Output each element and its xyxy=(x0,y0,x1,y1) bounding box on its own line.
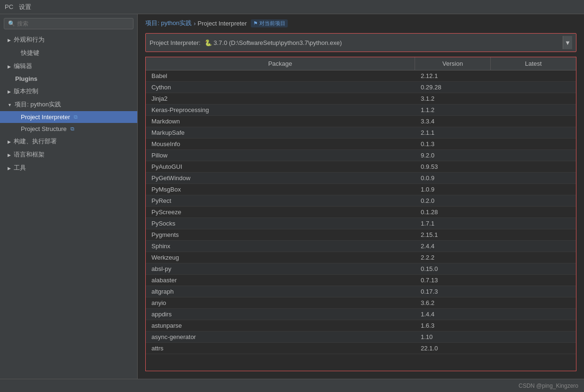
sidebar-item-plugins[interactable]: Plugins xyxy=(0,73,137,85)
package-latest xyxy=(491,218,576,229)
table-row[interactable]: astunparse1.6.3 xyxy=(146,320,576,331)
arrow-right-icon xyxy=(8,89,11,94)
arrow-down-icon xyxy=(8,102,12,107)
package-latest xyxy=(491,286,576,297)
table-row[interactable]: attrs22.1.0 xyxy=(146,343,576,354)
breadcrumb-link[interactable]: 项目: python实践 xyxy=(145,19,192,27)
bottom-bar: CSDN @ping_Kingzero xyxy=(0,379,584,392)
table-row[interactable]: Sphinx2.4.4 xyxy=(146,241,576,252)
package-name: alabaster xyxy=(146,275,415,286)
table-row[interactable]: altgraph0.17.3 xyxy=(146,286,576,297)
package-name: Jinja2 xyxy=(146,93,415,104)
sidebar-item-label: 版本控制 xyxy=(14,87,38,96)
sidebar-item-label: 语言和框架 xyxy=(14,150,44,159)
sidebar-item-editor[interactable]: 编辑器 xyxy=(0,60,137,73)
table-row[interactable]: anyio3.6.2 xyxy=(146,297,576,309)
table-row[interactable]: Pygments2.15.1 xyxy=(146,229,576,241)
sidebar-item-lang[interactable]: 语言和框架 xyxy=(0,148,137,161)
sidebar-item-project-interpreter[interactable]: Project Interpreter⧉ xyxy=(0,111,137,123)
package-version: 0.7.13 xyxy=(415,275,491,286)
package-latest xyxy=(491,229,576,240)
package-name: PyRect xyxy=(146,195,415,206)
copy-icon: ⧉ xyxy=(71,126,74,132)
package-latest xyxy=(491,173,576,183)
content-area: 项目: python实践 › Project Interpreter ⚑ 对当前… xyxy=(138,14,584,379)
package-version: 0.15.0 xyxy=(415,263,491,274)
search-box[interactable]: 🔍 xyxy=(4,18,133,29)
package-version: 1.4.4 xyxy=(415,309,491,320)
sidebar-item-build[interactable]: 构建、执行部署 xyxy=(0,135,137,148)
package-version: 22.1.0 xyxy=(415,343,491,354)
package-name: PyMsgBox xyxy=(146,184,415,195)
package-latest xyxy=(491,263,576,274)
search-input[interactable] xyxy=(17,20,129,27)
package-name: attrs xyxy=(146,343,415,354)
sidebar-item-label: Project Interpreter xyxy=(21,113,70,121)
interpreter-label: Project Interpreter: xyxy=(150,39,201,46)
package-version: 1.10 xyxy=(415,331,491,342)
table-row[interactable]: PyScreeze0.1.28 xyxy=(146,207,576,218)
package-latest xyxy=(491,195,576,206)
table-row[interactable]: Werkzeug2.2.2 xyxy=(146,252,576,263)
table-row[interactable]: PyMsgBox1.0.9 xyxy=(146,184,576,195)
package-latest xyxy=(491,252,576,263)
package-latest xyxy=(491,116,576,127)
package-version: 0.1.3 xyxy=(415,139,491,149)
sidebar-item-label: 工具 xyxy=(14,164,26,172)
table-row[interactable]: Pillow9.2.0 xyxy=(146,150,576,161)
sidebar-item-label: 编辑器 xyxy=(14,62,32,70)
table-row[interactable]: PyRect0.2.0 xyxy=(146,195,576,207)
package-name: PyScreeze xyxy=(146,207,415,218)
table-row[interactable]: Babel2.12.1 xyxy=(146,70,576,82)
title-bar: PC 设置 xyxy=(0,0,584,14)
table-row[interactable]: async-generator1.10 xyxy=(146,331,576,343)
package-version: 0.1.28 xyxy=(415,207,491,218)
package-name: absl-py xyxy=(146,263,415,274)
menu-pc[interactable]: PC xyxy=(5,3,13,10)
menu-settings[interactable]: 设置 xyxy=(19,3,31,11)
table-row[interactable]: Keras-Preprocessing1.1.2 xyxy=(146,105,576,116)
sidebar-item-project[interactable]: 项目: python实践 xyxy=(0,98,137,111)
package-latest xyxy=(491,139,576,149)
table-row[interactable]: alabaster0.7.13 xyxy=(146,275,576,286)
sidebar-item-shortcuts[interactable]: 快捷键 xyxy=(0,46,137,60)
interpreter-path: 🐍 3.7.0 (D:\SoftwareSetup\python3.7\pyth… xyxy=(204,39,561,46)
breadcrumb: 项目: python实践 › Project Interpreter ⚑ 对当前… xyxy=(138,14,584,31)
package-name: MouseInfo xyxy=(146,139,415,149)
sidebar-item-label: Project Structure xyxy=(21,125,67,132)
table-row[interactable]: MarkupSafe2.1.1 xyxy=(146,127,576,139)
sidebar-item-label: 项目: python实践 xyxy=(15,100,61,109)
package-name: MarkupSafe xyxy=(146,127,415,138)
table-row[interactable]: Jinja23.1.2 xyxy=(146,93,576,105)
package-latest xyxy=(491,105,576,115)
table-row[interactable]: absl-py0.15.0 xyxy=(146,263,576,275)
package-name: PyGetWindow xyxy=(146,173,415,183)
table-row[interactable]: Cython0.29.28 xyxy=(146,82,576,93)
sidebar-item-label: 外观和行为 xyxy=(14,35,44,44)
package-latest xyxy=(491,343,576,354)
table-row[interactable]: PyGetWindow0.0.9 xyxy=(146,173,576,184)
sidebar-item-label: Plugins xyxy=(15,75,37,82)
package-latest xyxy=(491,241,576,252)
package-version: 2.1.1 xyxy=(415,127,491,138)
package-latest xyxy=(491,127,576,138)
sidebar-item-project-structure[interactable]: Project Structure⧉ xyxy=(0,123,137,135)
package-name: Markdown xyxy=(146,116,415,127)
arrow-right-icon xyxy=(8,166,11,171)
table-row[interactable]: MouseInfo0.1.3 xyxy=(146,139,576,150)
table-row[interactable]: Markdown3.3.4 xyxy=(146,116,576,127)
sidebar-item-tools[interactable]: 工具 xyxy=(0,161,137,174)
package-name: Pygments xyxy=(146,229,415,240)
table-row[interactable]: appdirs1.4.4 xyxy=(146,309,576,320)
package-version: 1.7.1 xyxy=(415,218,491,229)
table-row[interactable]: PySocks1.7.1 xyxy=(146,218,576,229)
sidebar-item-vcs[interactable]: 版本控制 xyxy=(0,85,137,98)
interpreter-dropdown-button[interactable]: ▼ xyxy=(563,36,572,49)
sidebar-item-appearance[interactable]: 外观和行为 xyxy=(0,33,137,46)
table-row[interactable]: PyAutoGUI0.9.53 xyxy=(146,161,576,173)
package-name: appdirs xyxy=(146,309,415,320)
package-version: 0.29.28 xyxy=(415,82,491,93)
package-version: 2.2.2 xyxy=(415,252,491,263)
package-version: 0.17.3 xyxy=(415,286,491,297)
header-package: Package xyxy=(146,57,415,70)
